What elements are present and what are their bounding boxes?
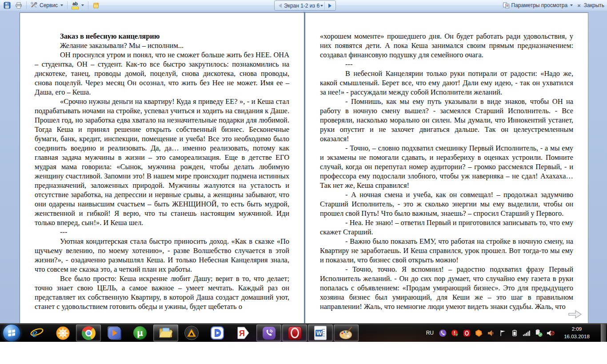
- paragraph: Все было просто: Кеша искренне любит Даш…: [35, 274, 289, 311]
- screen-navigator: Экран 1-2 из 6: [274, 0, 336, 11]
- taskbar-clock[interactable]: 2:09 16.03.2018: [559, 325, 595, 340]
- windows-logo-icon: [7, 328, 16, 338]
- chevron-down-icon: [570, 4, 573, 6]
- ship-wheel-browser-button[interactable]: [50, 324, 75, 341]
- viber-button[interactable]: [256, 324, 281, 341]
- service-menu-label: Сервис: [40, 2, 58, 8]
- highlighter-icon: ab: [72, 2, 79, 9]
- viber-tray-icon[interactable]: [439, 329, 447, 337]
- paragraph: - Неа. Не знаю! – ответил Первый и приго…: [320, 218, 573, 237]
- word-button[interactable]: W: [308, 324, 333, 341]
- svg-text:e: e: [32, 326, 37, 340]
- next-screen-icon[interactable]: [328, 4, 331, 8]
- opera-tray-icon[interactable]: [463, 329, 471, 337]
- utorrent-button[interactable]: µ: [128, 324, 152, 341]
- aimp-button[interactable]: [179, 324, 204, 341]
- paragraph: ОН проснулся утром и понял, что не сможе…: [35, 50, 289, 97]
- toolbar-separator: [67, 1, 68, 9]
- document-page-2: «хорошем моменте» прошедшего дня. Он буд…: [305, 12, 588, 323]
- paint-button[interactable]: [334, 324, 359, 341]
- folder-icon: [159, 326, 173, 340]
- toolbar-left-group: Сервис ab: [0, 0, 101, 11]
- avast-tray-icon[interactable]: [475, 329, 483, 337]
- reading-mode-toolbar: Сервис ab Экран 1-2 из 6 Параметры: [0, 0, 607, 11]
- ship-wheel-icon: [56, 326, 70, 340]
- usb-safely-remove-icon[interactable]: [535, 329, 543, 337]
- close-icon: ×: [577, 2, 581, 9]
- service-menu-button[interactable]: Сервис: [29, 1, 65, 10]
- system-tray: RU ! 2:09 16: [426, 324, 607, 342]
- yandex-browser-button[interactable]: Я: [231, 324, 256, 341]
- utorrent-icon: µ: [133, 326, 147, 340]
- close-button[interactable]: × Закрыть: [575, 1, 606, 10]
- screen-nav-label[interactable]: Экран 1-2 из 6: [284, 3, 319, 9]
- internet-explorer-icon: e: [30, 326, 44, 340]
- yandex-glyph: Я: [239, 329, 245, 338]
- print-icon: [15, 2, 22, 9]
- view-options-button[interactable]: Параметры просмотра: [501, 1, 575, 10]
- opera-icon: [288, 326, 302, 340]
- chevron-down-icon[interactable]: [320, 5, 323, 7]
- clock-date: 16.03.2018: [559, 333, 595, 340]
- action-center-flag-icon[interactable]: [499, 329, 507, 337]
- print-button[interactable]: [13, 1, 24, 10]
- explorer-button[interactable]: [153, 324, 178, 341]
- toolbar-separator: [26, 1, 27, 9]
- volume-muted-icon[interactable]: [547, 329, 555, 337]
- chrome-icon: [82, 326, 96, 340]
- yandex-icon: Я: [236, 326, 250, 340]
- paragraph: «хорошем моменте» прошедшего дня. Он буд…: [320, 32, 573, 59]
- save-button[interactable]: [2, 1, 12, 10]
- chevron-down-icon: [60, 4, 63, 6]
- page-2-text: «хорошем моменте» прошедшего дня. Он буд…: [305, 13, 588, 323]
- volume-tray-icon[interactable]: [487, 329, 495, 337]
- opera-button[interactable]: [282, 324, 307, 341]
- toolbar-separator: [324, 2, 325, 10]
- prev-screen-icon[interactable]: [279, 4, 282, 8]
- d-player-button[interactable]: [205, 324, 230, 341]
- paragraph: ---: [320, 59, 573, 69]
- reading-area: Заказ в небесную канцеляриюЖелание заказ…: [0, 11, 607, 323]
- network-signal-icon[interactable]: [523, 329, 531, 337]
- clock-time: 2:09: [559, 325, 595, 333]
- highlighter-button[interactable]: ab: [70, 1, 86, 10]
- paragraph: ---: [35, 227, 289, 237]
- battery-icon[interactable]: [511, 329, 519, 337]
- paragraph: - Точно, точно. Я вспомнил! – радостно п…: [320, 265, 573, 311]
- view-options-icon: [503, 2, 510, 9]
- aimp-icon: [184, 326, 199, 340]
- media-player-button[interactable]: [102, 324, 127, 341]
- paragraph: Желание заказывали? Мы – исполним...: [35, 41, 289, 50]
- close-label: Закрыть: [584, 2, 604, 8]
- show-desktop-button[interactable]: [601, 324, 606, 342]
- paragraph: - А ночная смена и учеба, как он совмеща…: [320, 190, 573, 218]
- alert-updater-tray-icon[interactable]: !: [451, 329, 459, 337]
- paragraph: - Точно, – словно подхватил смешинку Пер…: [320, 143, 573, 190]
- toolbar-right-group: Параметры просмотра × Закрыть: [501, 0, 606, 11]
- paragraph: Уютная кондитерская стала быстро приноси…: [35, 237, 289, 274]
- windows-taskbar: e µ: [0, 323, 607, 342]
- paragraph: - Важно было показать ЕМУ, что работая н…: [320, 237, 573, 265]
- svg-text:!: !: [454, 330, 455, 336]
- toolbar-separator: [88, 1, 88, 9]
- internet-explorer-button[interactable]: e: [24, 324, 49, 341]
- tools-icon: [31, 2, 38, 9]
- language-indicator[interactable]: RU: [426, 330, 434, 336]
- chrome-button[interactable]: [76, 324, 101, 341]
- start-button[interactable]: [3, 324, 20, 342]
- paragraph: В небесной Канцелярии только руки потира…: [320, 69, 573, 97]
- word-icon: W: [314, 326, 327, 340]
- new-comment-button[interactable]: [91, 1, 101, 10]
- chevron-down-icon: [81, 4, 84, 6]
- taskbar-apps: e µ: [0, 324, 359, 342]
- viber-icon: [263, 327, 276, 340]
- next-page-arrow[interactable]: [567, 309, 583, 320]
- d-player-icon: [210, 326, 224, 340]
- document-page-1: Заказ в небесную канцеляриюЖелание заказ…: [20, 12, 304, 323]
- screenshot-bottom-padding: [0, 342, 607, 364]
- paragraph: «Срочно нужны деньги на квартиру! Куда я…: [35, 97, 289, 227]
- media-player-icon: [108, 327, 120, 339]
- paragraph: Заказ в небесную канцелярию: [35, 32, 289, 41]
- save-icon: [4, 2, 11, 9]
- paint-palette-icon: [339, 326, 353, 340]
